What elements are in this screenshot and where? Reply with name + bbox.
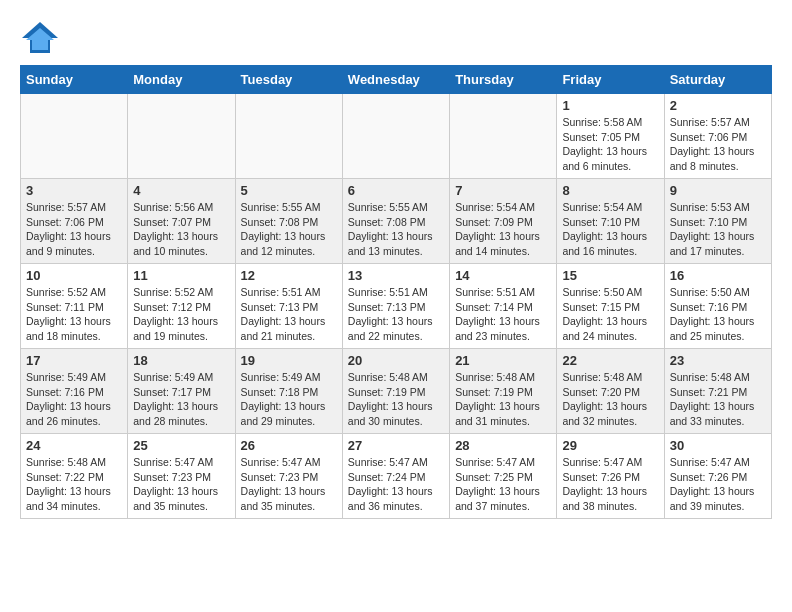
day-info: Sunrise: 5:47 AM Sunset: 7:24 PM Dayligh… [348, 455, 444, 514]
day-info: Sunrise: 5:49 AM Sunset: 7:18 PM Dayligh… [241, 370, 337, 429]
day-cell: 21Sunrise: 5:48 AM Sunset: 7:19 PM Dayli… [450, 349, 557, 434]
day-cell: 23Sunrise: 5:48 AM Sunset: 7:21 PM Dayli… [664, 349, 771, 434]
weekday-header-row: SundayMondayTuesdayWednesdayThursdayFrid… [21, 66, 772, 94]
day-number: 23 [670, 353, 766, 368]
weekday-monday: Monday [128, 66, 235, 94]
day-cell: 7Sunrise: 5:54 AM Sunset: 7:09 PM Daylig… [450, 179, 557, 264]
day-info: Sunrise: 5:47 AM Sunset: 7:26 PM Dayligh… [670, 455, 766, 514]
day-info: Sunrise: 5:48 AM Sunset: 7:22 PM Dayligh… [26, 455, 122, 514]
day-number: 6 [348, 183, 444, 198]
day-number: 29 [562, 438, 658, 453]
day-number: 4 [133, 183, 229, 198]
day-number: 30 [670, 438, 766, 453]
day-number: 12 [241, 268, 337, 283]
calendar-header: SundayMondayTuesdayWednesdayThursdayFrid… [21, 66, 772, 94]
day-info: Sunrise: 5:54 AM Sunset: 7:10 PM Dayligh… [562, 200, 658, 259]
day-cell: 28Sunrise: 5:47 AM Sunset: 7:25 PM Dayli… [450, 434, 557, 519]
day-number: 2 [670, 98, 766, 113]
day-number: 24 [26, 438, 122, 453]
weekday-wednesday: Wednesday [342, 66, 449, 94]
day-cell: 20Sunrise: 5:48 AM Sunset: 7:19 PM Dayli… [342, 349, 449, 434]
day-info: Sunrise: 5:47 AM Sunset: 7:25 PM Dayligh… [455, 455, 551, 514]
day-cell: 27Sunrise: 5:47 AM Sunset: 7:24 PM Dayli… [342, 434, 449, 519]
day-info: Sunrise: 5:57 AM Sunset: 7:06 PM Dayligh… [26, 200, 122, 259]
day-number: 11 [133, 268, 229, 283]
week-row-1: 1Sunrise: 5:58 AM Sunset: 7:05 PM Daylig… [21, 94, 772, 179]
day-info: Sunrise: 5:55 AM Sunset: 7:08 PM Dayligh… [241, 200, 337, 259]
day-info: Sunrise: 5:58 AM Sunset: 7:05 PM Dayligh… [562, 115, 658, 174]
page-header [20, 20, 772, 55]
week-row-5: 24Sunrise: 5:48 AM Sunset: 7:22 PM Dayli… [21, 434, 772, 519]
day-cell: 26Sunrise: 5:47 AM Sunset: 7:23 PM Dayli… [235, 434, 342, 519]
day-number: 8 [562, 183, 658, 198]
day-cell [128, 94, 235, 179]
day-info: Sunrise: 5:53 AM Sunset: 7:10 PM Dayligh… [670, 200, 766, 259]
day-info: Sunrise: 5:48 AM Sunset: 7:19 PM Dayligh… [348, 370, 444, 429]
day-info: Sunrise: 5:47 AM Sunset: 7:23 PM Dayligh… [133, 455, 229, 514]
day-cell: 5Sunrise: 5:55 AM Sunset: 7:08 PM Daylig… [235, 179, 342, 264]
day-cell: 2Sunrise: 5:57 AM Sunset: 7:06 PM Daylig… [664, 94, 771, 179]
day-cell: 13Sunrise: 5:51 AM Sunset: 7:13 PM Dayli… [342, 264, 449, 349]
day-cell: 25Sunrise: 5:47 AM Sunset: 7:23 PM Dayli… [128, 434, 235, 519]
day-number: 16 [670, 268, 766, 283]
day-info: Sunrise: 5:50 AM Sunset: 7:16 PM Dayligh… [670, 285, 766, 344]
calendar-table: SundayMondayTuesdayWednesdayThursdayFrid… [20, 65, 772, 519]
day-info: Sunrise: 5:54 AM Sunset: 7:09 PM Dayligh… [455, 200, 551, 259]
day-number: 9 [670, 183, 766, 198]
day-info: Sunrise: 5:57 AM Sunset: 7:06 PM Dayligh… [670, 115, 766, 174]
day-number: 5 [241, 183, 337, 198]
day-info: Sunrise: 5:48 AM Sunset: 7:20 PM Dayligh… [562, 370, 658, 429]
day-cell [342, 94, 449, 179]
day-cell: 6Sunrise: 5:55 AM Sunset: 7:08 PM Daylig… [342, 179, 449, 264]
day-info: Sunrise: 5:47 AM Sunset: 7:26 PM Dayligh… [562, 455, 658, 514]
weekday-sunday: Sunday [21, 66, 128, 94]
day-number: 20 [348, 353, 444, 368]
day-cell: 16Sunrise: 5:50 AM Sunset: 7:16 PM Dayli… [664, 264, 771, 349]
day-number: 1 [562, 98, 658, 113]
day-info: Sunrise: 5:51 AM Sunset: 7:14 PM Dayligh… [455, 285, 551, 344]
day-cell: 18Sunrise: 5:49 AM Sunset: 7:17 PM Dayli… [128, 349, 235, 434]
day-cell: 3Sunrise: 5:57 AM Sunset: 7:06 PM Daylig… [21, 179, 128, 264]
day-cell: 19Sunrise: 5:49 AM Sunset: 7:18 PM Dayli… [235, 349, 342, 434]
day-info: Sunrise: 5:51 AM Sunset: 7:13 PM Dayligh… [241, 285, 337, 344]
day-cell: 22Sunrise: 5:48 AM Sunset: 7:20 PM Dayli… [557, 349, 664, 434]
day-cell: 30Sunrise: 5:47 AM Sunset: 7:26 PM Dayli… [664, 434, 771, 519]
day-number: 28 [455, 438, 551, 453]
day-number: 19 [241, 353, 337, 368]
day-cell: 17Sunrise: 5:49 AM Sunset: 7:16 PM Dayli… [21, 349, 128, 434]
day-number: 27 [348, 438, 444, 453]
logo [20, 20, 65, 55]
weekday-friday: Friday [557, 66, 664, 94]
day-number: 13 [348, 268, 444, 283]
day-cell: 8Sunrise: 5:54 AM Sunset: 7:10 PM Daylig… [557, 179, 664, 264]
day-number: 17 [26, 353, 122, 368]
day-number: 26 [241, 438, 337, 453]
day-number: 14 [455, 268, 551, 283]
day-info: Sunrise: 5:48 AM Sunset: 7:21 PM Dayligh… [670, 370, 766, 429]
day-cell: 11Sunrise: 5:52 AM Sunset: 7:12 PM Dayli… [128, 264, 235, 349]
day-number: 22 [562, 353, 658, 368]
weekday-tuesday: Tuesday [235, 66, 342, 94]
day-cell: 1Sunrise: 5:58 AM Sunset: 7:05 PM Daylig… [557, 94, 664, 179]
logo-icon [20, 20, 60, 55]
day-number: 3 [26, 183, 122, 198]
day-cell [450, 94, 557, 179]
day-info: Sunrise: 5:52 AM Sunset: 7:12 PM Dayligh… [133, 285, 229, 344]
day-info: Sunrise: 5:55 AM Sunset: 7:08 PM Dayligh… [348, 200, 444, 259]
day-info: Sunrise: 5:50 AM Sunset: 7:15 PM Dayligh… [562, 285, 658, 344]
day-cell: 24Sunrise: 5:48 AM Sunset: 7:22 PM Dayli… [21, 434, 128, 519]
day-info: Sunrise: 5:49 AM Sunset: 7:16 PM Dayligh… [26, 370, 122, 429]
day-cell: 10Sunrise: 5:52 AM Sunset: 7:11 PM Dayli… [21, 264, 128, 349]
day-cell: 12Sunrise: 5:51 AM Sunset: 7:13 PM Dayli… [235, 264, 342, 349]
day-number: 7 [455, 183, 551, 198]
day-info: Sunrise: 5:51 AM Sunset: 7:13 PM Dayligh… [348, 285, 444, 344]
weekday-thursday: Thursday [450, 66, 557, 94]
day-info: Sunrise: 5:48 AM Sunset: 7:19 PM Dayligh… [455, 370, 551, 429]
day-number: 10 [26, 268, 122, 283]
day-info: Sunrise: 5:52 AM Sunset: 7:11 PM Dayligh… [26, 285, 122, 344]
calendar-body: 1Sunrise: 5:58 AM Sunset: 7:05 PM Daylig… [21, 94, 772, 519]
week-row-2: 3Sunrise: 5:57 AM Sunset: 7:06 PM Daylig… [21, 179, 772, 264]
day-info: Sunrise: 5:56 AM Sunset: 7:07 PM Dayligh… [133, 200, 229, 259]
day-cell [235, 94, 342, 179]
day-number: 18 [133, 353, 229, 368]
